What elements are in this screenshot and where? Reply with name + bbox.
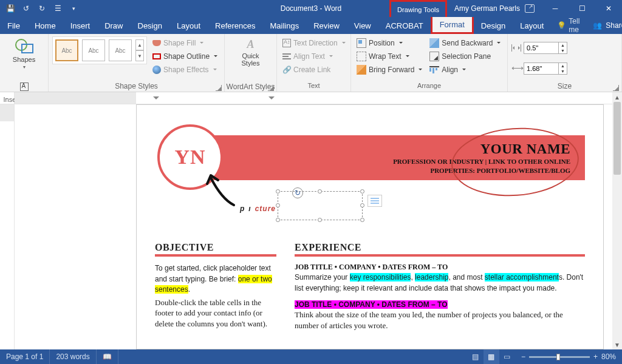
zoom-slider[interactable] bbox=[529, 356, 590, 358]
shape-effects-button[interactable]: Shape Effects bbox=[151, 63, 219, 76]
align-objects-icon bbox=[429, 66, 439, 73]
send-backward-button[interactable]: Send Backward bbox=[428, 36, 502, 50]
read-mode-button[interactable]: ▤ bbox=[468, 349, 484, 364]
section-heading-objective: OBJECTIVE bbox=[155, 242, 276, 253]
redo-icon[interactable]: ↻ bbox=[35, 2, 49, 15]
dialog-launcher-icon[interactable] bbox=[268, 85, 274, 91]
save-icon[interactable]: 💾 bbox=[4, 2, 17, 15]
print-layout-button[interactable]: ▦ bbox=[484, 349, 499, 364]
objective-text-2[interactable]: Double-click the table cells in the foot… bbox=[155, 297, 276, 329]
tab-draw[interactable]: Draw bbox=[97, 17, 130, 34]
tab-insert[interactable]: Insert bbox=[63, 17, 98, 34]
align-objects-button[interactable]: Align bbox=[428, 63, 502, 76]
horizontal-ruler[interactable] bbox=[15, 92, 612, 104]
group-label-text: Text bbox=[277, 82, 350, 92]
shape-fill-button[interactable]: Shape Fill bbox=[151, 36, 219, 50]
tab-design[interactable]: Design bbox=[131, 17, 169, 34]
shape-style-item[interactable]: Abc bbox=[55, 39, 78, 61]
maximize-button[interactable]: ☐ bbox=[569, 0, 595, 17]
scroll-down-icon[interactable]: ▼ bbox=[612, 340, 622, 349]
gallery-more-icon[interactable]: ▼ bbox=[135, 50, 144, 61]
shape-style-item[interactable]: Abc bbox=[109, 39, 132, 61]
tab-drawing-layout[interactable]: Layout bbox=[513, 17, 551, 34]
scroll-thumb[interactable] bbox=[613, 102, 621, 175]
vertical-scrollbar[interactable]: ▲ ▼ bbox=[612, 92, 622, 349]
objective-text[interactable]: To get started, click placeholder text a… bbox=[155, 263, 276, 295]
align-text-icon bbox=[282, 52, 291, 61]
ink-text-picture[interactable]: pıcture bbox=[240, 190, 276, 217]
tab-review[interactable]: Review bbox=[306, 17, 347, 34]
tab-view[interactable]: View bbox=[347, 17, 378, 34]
vertical-ruler[interactable] bbox=[0, 104, 14, 349]
shape-height-input[interactable]: ▲▼ bbox=[524, 42, 567, 54]
minimize-button[interactable]: ─ bbox=[542, 0, 569, 17]
wrap-text-button[interactable]: Wrap Text bbox=[355, 50, 424, 63]
zoom-in-button[interactable]: + bbox=[593, 352, 598, 361]
outline-icon bbox=[152, 53, 161, 59]
wordart-icon: A bbox=[243, 38, 259, 51]
text-direction-icon bbox=[282, 39, 291, 47]
wrap-icon bbox=[357, 52, 366, 61]
shapes-gallery-button[interactable]: Shapes ▾ bbox=[10, 36, 38, 80]
account-area[interactable]: Amy German Pearls bbox=[447, 0, 542, 17]
ribbon: Shapes ▾ Insert Shapes Abc Abc Abc ▲▼ Sh… bbox=[0, 34, 622, 92]
shape-style-item[interactable]: Abc bbox=[82, 39, 105, 61]
shape-style-gallery[interactable]: Abc Abc Abc ▲▼ bbox=[52, 36, 147, 64]
page[interactable]: YOUR NAME PROFESSION OR INDUSTRY | LINK … bbox=[136, 104, 604, 349]
spin-up-icon[interactable]: ▲ bbox=[558, 63, 567, 69]
zoom-percent[interactable]: 80% bbox=[601, 352, 616, 361]
tell-me-search[interactable]: 💡Tell me bbox=[551, 17, 586, 34]
dialog-launcher-icon[interactable] bbox=[216, 85, 222, 91]
textbox-button[interactable] bbox=[4, 80, 44, 93]
tab-file[interactable]: File bbox=[0, 17, 27, 34]
share-button[interactable]: 👥Share bbox=[586, 21, 622, 30]
scroll-up-icon[interactable]: ▲ bbox=[612, 92, 622, 102]
qat-customize-icon[interactable]: ▾ bbox=[67, 2, 80, 15]
tab-format[interactable]: Format bbox=[431, 17, 474, 34]
zoom-out-button[interactable]: − bbox=[521, 352, 525, 361]
shapes-icon bbox=[14, 38, 35, 55]
text-direction-button[interactable]: Text Direction bbox=[281, 36, 347, 50]
tab-home[interactable]: Home bbox=[27, 17, 63, 34]
shape-outline-button[interactable]: Shape Outline bbox=[151, 50, 219, 63]
spin-down-icon[interactable]: ▼ bbox=[558, 69, 567, 74]
tab-drawing-design[interactable]: Design bbox=[474, 17, 513, 34]
window-title: Document3 - Word bbox=[281, 4, 341, 13]
indent-marker-icon[interactable] bbox=[268, 96, 275, 99]
tab-acrobat[interactable]: ACROBAT bbox=[378, 17, 431, 34]
bring-forward-icon bbox=[357, 65, 366, 75]
page-counter[interactable]: Page 1 of 1 bbox=[0, 349, 50, 364]
spin-up-icon[interactable]: ▲ bbox=[558, 42, 567, 48]
spin-down-icon[interactable]: ▼ bbox=[558, 48, 567, 53]
job-heading-1[interactable]: JOB TITLE • COMPANY • DATES FROM – TO bbox=[295, 263, 585, 272]
shape-width-input[interactable]: ▲▼ bbox=[524, 62, 567, 75]
tab-mailings[interactable]: Mailings bbox=[263, 17, 307, 34]
align-text-button[interactable]: Align Text bbox=[281, 50, 347, 63]
spellcheck-button[interactable]: 📖 bbox=[97, 349, 118, 364]
gallery-up-icon[interactable]: ▲ bbox=[135, 39, 144, 50]
layout-options-button[interactable] bbox=[367, 195, 382, 207]
experience-text-2[interactable]: Think about the size of the team you led… bbox=[295, 309, 585, 331]
job-heading-2[interactable]: JOB TITLE • COMPANY • DATES FROM – TO bbox=[295, 300, 585, 309]
word-count[interactable]: 203 words bbox=[50, 349, 96, 364]
position-icon bbox=[357, 38, 366, 48]
web-layout-button[interactable]: ▭ bbox=[499, 349, 515, 364]
drawing-tools-tab-header[interactable]: Drawing Tools bbox=[389, 0, 447, 17]
tab-layout[interactable]: Layout bbox=[169, 17, 208, 34]
dialog-launcher-icon[interactable] bbox=[613, 85, 619, 91]
experience-text-1[interactable]: Summarize your key responsibilities, lea… bbox=[295, 272, 585, 293]
zoom-thumb[interactable] bbox=[556, 354, 560, 360]
selection-pane-button[interactable]: Selection Pane bbox=[428, 50, 502, 63]
bring-forward-button[interactable]: Bring Forward bbox=[355, 63, 424, 76]
selected-ink-object[interactable] bbox=[278, 191, 363, 220]
quick-styles-button[interactable]: A Quick Styles bbox=[239, 36, 262, 80]
close-button[interactable]: ✕ bbox=[595, 0, 622, 17]
create-link-button[interactable]: 🔗Create Link bbox=[281, 63, 347, 76]
tab-references[interactable]: References bbox=[208, 17, 262, 34]
undo-icon[interactable]: ↺ bbox=[19, 2, 33, 15]
position-button[interactable]: Position bbox=[355, 36, 424, 50]
monogram-circle[interactable]: YN bbox=[157, 124, 223, 190]
touch-mode-icon[interactable]: ☰ bbox=[51, 2, 64, 15]
page-canvas[interactable]: YOUR NAME PROFESSION OR INDUSTRY | LINK … bbox=[15, 104, 612, 349]
indent-marker-icon[interactable] bbox=[153, 96, 159, 99]
